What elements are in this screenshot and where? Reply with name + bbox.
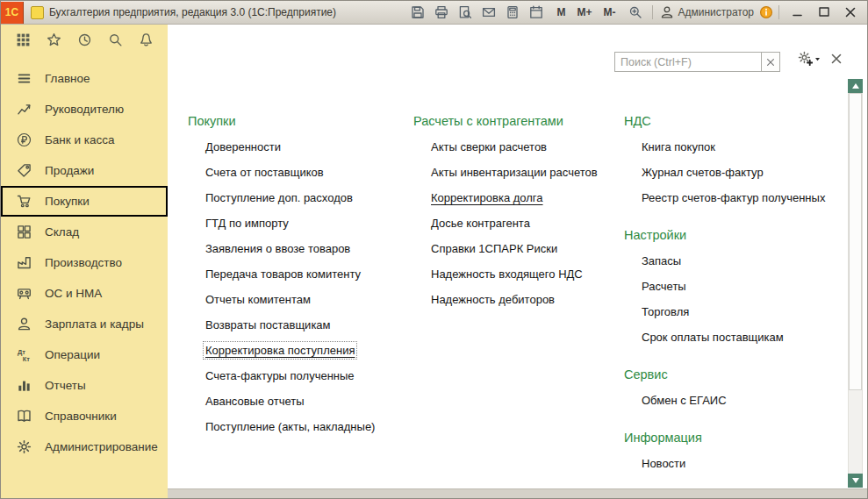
- sidebar-item-directories[interactable]: Справочники: [1, 401, 168, 431]
- close-button[interactable]: [839, 4, 862, 21]
- sidebar-menu: ГлавноеРуководителюБанк и кассаПродажиПо…: [1, 54, 168, 462]
- nav-link[interactable]: Надежность входящего НДС: [431, 267, 583, 281]
- nav-link[interactable]: ГТД по импорту: [205, 217, 289, 230]
- sidebar-item-reports[interactable]: Отчеты: [1, 370, 168, 401]
- scrollbar-thumb[interactable]: [849, 93, 862, 390]
- nav-link[interactable]: Досье контрагента: [431, 217, 530, 230]
- sidebar-item-sales[interactable]: Продажи: [1, 155, 168, 186]
- reports-icon: [17, 378, 32, 393]
- sidebar-item-operations[interactable]: ДтКтОперации: [1, 339, 168, 370]
- star-button[interactable]: [44, 30, 63, 49]
- settings-gear-icon: [798, 51, 813, 66]
- titlebar-separator: [652, 5, 653, 19]
- mail-icon: [482, 5, 496, 19]
- zoom-button[interactable]: [627, 4, 644, 21]
- print-preview-button[interactable]: [456, 4, 474, 21]
- memory-m-plus-button[interactable]: М+: [574, 6, 594, 18]
- sidebar-item-production[interactable]: Производство: [1, 247, 168, 278]
- panel-column-1: ПокупкиДоверенностиСчета от поставщиковП…: [188, 109, 413, 486]
- sidebar-item-main[interactable]: Главное: [1, 63, 168, 94]
- panel-close-button[interactable]: [829, 51, 844, 67]
- nav-link[interactable]: Журнал счетов-фактур: [642, 166, 764, 179]
- maximize-icon: [817, 5, 831, 19]
- nav-link[interactable]: Обмен с ЕГАИС: [642, 394, 727, 407]
- nav-link[interactable]: Реестр счетов-фактур полученных: [642, 191, 825, 204]
- svg-text:Кт: Кт: [23, 355, 31, 362]
- sidebar-item-fixed-assets[interactable]: ОС и НМА: [1, 278, 168, 309]
- nav-link[interactable]: Новости: [642, 457, 685, 470]
- nav-link[interactable]: Запасы: [642, 254, 681, 267]
- apps-grid-icon: [16, 32, 31, 47]
- nav-link[interactable]: Торговля: [642, 305, 689, 318]
- nav-link[interactable]: Акты инвентаризации расчетов: [431, 166, 598, 179]
- sidebar-item-bank-cash[interactable]: Банк и касса: [1, 125, 168, 155]
- section-title: Покупки: [188, 109, 413, 134]
- maximize-button[interactable]: [813, 4, 836, 21]
- section-title: Настройки: [624, 223, 832, 248]
- sidebar-item-warehouse[interactable]: Склад: [1, 217, 168, 247]
- sidebar-item-purchases[interactable]: Покупки: [1, 186, 168, 217]
- star-icon: [47, 32, 61, 47]
- nav-link-row: ГТД по импорту: [188, 210, 413, 236]
- nav-link[interactable]: Корректировка поступления: [205, 344, 355, 357]
- nav-link[interactable]: Доверенности: [205, 140, 281, 153]
- scrollbar[interactable]: [848, 79, 863, 488]
- calendar-button[interactable]: [527, 4, 545, 21]
- nav-link[interactable]: Счета от поставщиков: [205, 166, 324, 179]
- nav-link[interactable]: Передача товаров комитенту: [205, 267, 361, 281]
- bell-button[interactable]: [136, 30, 155, 49]
- 1c-logo: 1С: [1, 2, 24, 24]
- nav-link[interactable]: Счета-фактуры полученные: [205, 369, 355, 382]
- window-controls: [786, 4, 862, 21]
- sidebar-item-salary-hr[interactable]: Зарплата и кадры: [1, 309, 168, 339]
- apps-grid-button[interactable]: [13, 30, 32, 49]
- nav-link[interactable]: Поступление доп. расходов: [205, 191, 353, 204]
- nav-link[interactable]: Расчеты: [642, 280, 686, 293]
- nav-link[interactable]: Корректировка долга: [431, 191, 543, 204]
- memory-m-minus-button[interactable]: М-: [600, 6, 618, 18]
- search-clear-button[interactable]: [762, 52, 780, 72]
- calendar-icon: [529, 5, 543, 19]
- mail-button[interactable]: [480, 4, 498, 21]
- minimize-button[interactable]: [786, 4, 809, 21]
- print-button[interactable]: [433, 4, 450, 21]
- nav-link[interactable]: Надежность дебиторов: [431, 293, 555, 306]
- nav-link[interactable]: Акты сверки расчетов: [431, 140, 547, 153]
- scroll-down-button[interactable]: [848, 474, 863, 488]
- dtkt-icon: ДтКт: [17, 347, 32, 362]
- scrollbar-track[interactable]: [848, 93, 863, 474]
- nav-link-row: Новости: [624, 451, 832, 476]
- sidebar-item-label: Операции: [45, 348, 100, 361]
- nav-link[interactable]: Авансовые отчеты: [205, 395, 305, 408]
- print-icon: [434, 5, 448, 19]
- nav-link-row: Журнал счетов-фактур: [624, 160, 832, 185]
- calculator-button[interactable]: [504, 4, 521, 21]
- panel-settings-button[interactable]: [798, 51, 821, 66]
- nav-link[interactable]: Возвраты поставщикам: [205, 318, 331, 331]
- help-button[interactable]: [757, 4, 775, 21]
- search-input[interactable]: [614, 52, 762, 72]
- sidebar-item-administration[interactable]: Администрирование: [1, 431, 168, 462]
- nav-link[interactable]: Справки 1СПАРК Риски: [431, 242, 557, 255]
- nav-link-row: Авансовые отчеты: [188, 389, 413, 414]
- sidebar-item-manager[interactable]: Руководителю: [1, 94, 168, 125]
- history-button[interactable]: [75, 30, 94, 49]
- nav-link[interactable]: Заявления о ввозе товаров: [205, 242, 350, 255]
- memory-m-button[interactable]: М: [554, 6, 568, 18]
- nav-link-row: Отчеты комитентам: [188, 287, 413, 312]
- nav-link[interactable]: Срок оплаты поставщикам: [642, 331, 784, 344]
- save-button[interactable]: [409, 4, 427, 21]
- section-settings: НастройкиЗапасыРасчетыТорговляСрок оплат…: [624, 223, 832, 350]
- search-button[interactable]: [105, 30, 125, 49]
- nav-link[interactable]: Отчеты комитентам: [205, 293, 311, 306]
- gear-icon: [17, 439, 32, 454]
- sidebar-item-label: Зарплата и кадры: [45, 317, 144, 331]
- sidebar-item-label: Покупки: [45, 195, 90, 208]
- nav-link[interactable]: Книга покупок: [642, 140, 715, 153]
- zoom-group: [627, 4, 644, 21]
- nav-link[interactable]: Поступление (акты, накладные): [205, 420, 375, 433]
- scroll-up-button[interactable]: [848, 79, 863, 93]
- nav-link-row: Передача товаров комитенту: [188, 261, 413, 287]
- current-user-button[interactable]: Администратор: [660, 5, 754, 19]
- nav-link-row: Заявления о ввозе товаров: [188, 236, 413, 261]
